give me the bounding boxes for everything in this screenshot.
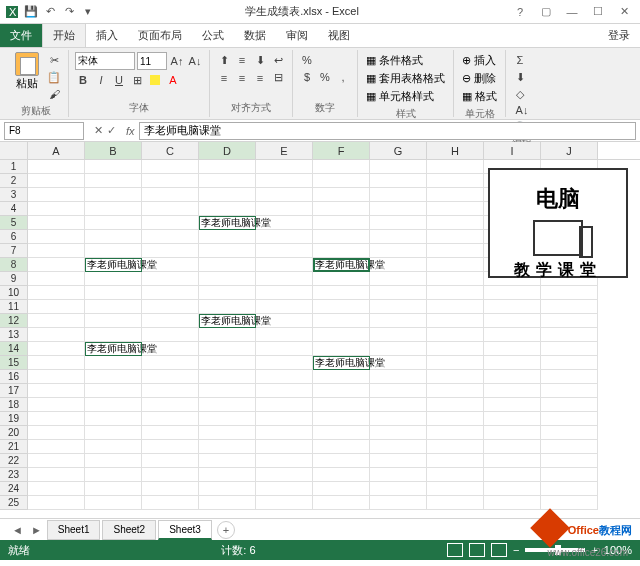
cell-D8[interactable] [199, 258, 256, 272]
cell-B14[interactable]: 李老师电脑课堂 [85, 342, 142, 356]
redo-icon[interactable]: ↷ [61, 4, 77, 20]
cell-A6[interactable] [28, 230, 85, 244]
cell-H8[interactable] [427, 258, 484, 272]
column-header-C[interactable]: C [142, 142, 199, 159]
cell-E5[interactable] [256, 216, 313, 230]
cell-F6[interactable] [313, 230, 370, 244]
underline-button[interactable]: U [111, 72, 127, 88]
cell-E4[interactable] [256, 202, 313, 216]
cell-C22[interactable] [142, 454, 199, 468]
cell-J4[interactable] [541, 202, 598, 216]
formula-bar[interactable] [139, 122, 636, 140]
tab-home[interactable]: 开始 [42, 23, 86, 47]
cell-B4[interactable] [85, 202, 142, 216]
column-header-D[interactable]: D [199, 142, 256, 159]
cell-D12[interactable]: 李老师电脑课堂 [199, 314, 256, 328]
cell-D5[interactable]: 李老师电脑课堂 [199, 216, 256, 230]
cell-E16[interactable] [256, 370, 313, 384]
cell-F22[interactable] [313, 454, 370, 468]
zoom-in-button[interactable]: + [591, 544, 597, 556]
paste-button[interactable]: 粘贴 [10, 52, 44, 91]
undo-icon[interactable]: ↶ [42, 4, 58, 20]
cell-B23[interactable] [85, 468, 142, 482]
cell-D11[interactable] [199, 300, 256, 314]
cell-G25[interactable] [370, 496, 427, 510]
cell-H23[interactable] [427, 468, 484, 482]
tab-file[interactable]: 文件 [0, 24, 42, 47]
copy-icon[interactable]: 📋 [46, 69, 62, 85]
cell-J3[interactable] [541, 188, 598, 202]
cell-B13[interactable] [85, 328, 142, 342]
cell-F18[interactable] [313, 398, 370, 412]
row-header-3[interactable]: 3 [0, 188, 28, 202]
qat-dropdown-icon[interactable]: ▾ [80, 4, 96, 20]
cell-B11[interactable] [85, 300, 142, 314]
row-header-14[interactable]: 14 [0, 342, 28, 356]
cell-G11[interactable] [370, 300, 427, 314]
cell-B7[interactable] [85, 244, 142, 258]
cell-E21[interactable] [256, 440, 313, 454]
cell-I4[interactable] [484, 202, 541, 216]
cell-E1[interactable] [256, 160, 313, 174]
cell-J22[interactable] [541, 454, 598, 468]
cell-A4[interactable] [28, 202, 85, 216]
cell-D16[interactable] [199, 370, 256, 384]
cell-C4[interactable] [142, 202, 199, 216]
cell-E25[interactable] [256, 496, 313, 510]
autosum-icon[interactable]: Σ [512, 52, 528, 68]
currency-icon[interactable]: $ [299, 69, 315, 85]
cell-F5[interactable] [313, 216, 370, 230]
select-all-corner[interactable] [0, 142, 28, 159]
row-header-10[interactable]: 10 [0, 286, 28, 300]
cell-J1[interactable] [541, 160, 598, 174]
cell-I2[interactable] [484, 174, 541, 188]
cell-J10[interactable] [541, 286, 598, 300]
cell-H16[interactable] [427, 370, 484, 384]
cell-J21[interactable] [541, 440, 598, 454]
cell-B17[interactable] [85, 384, 142, 398]
cell-A15[interactable] [28, 356, 85, 370]
cell-E23[interactable] [256, 468, 313, 482]
cell-D18[interactable] [199, 398, 256, 412]
row-header-23[interactable]: 23 [0, 468, 28, 482]
cell-I13[interactable] [484, 328, 541, 342]
maximize-icon[interactable]: ☐ [586, 3, 610, 21]
cell-G22[interactable] [370, 454, 427, 468]
cell-F15[interactable]: 李老师电脑课堂 [313, 356, 370, 370]
cell-F1[interactable] [313, 160, 370, 174]
cell-B20[interactable] [85, 426, 142, 440]
cell-A3[interactable] [28, 188, 85, 202]
percent-icon[interactable]: % [317, 69, 333, 85]
cell-I20[interactable] [484, 426, 541, 440]
cell-C3[interactable] [142, 188, 199, 202]
cell-B25[interactable] [85, 496, 142, 510]
cell-F13[interactable] [313, 328, 370, 342]
cell-C1[interactable] [142, 160, 199, 174]
cell-G4[interactable] [370, 202, 427, 216]
font-color-button[interactable]: A [165, 72, 181, 88]
table-format-button[interactable]: ▦套用表格格式 [364, 70, 447, 87]
zoom-slider[interactable] [525, 548, 585, 552]
cell-I6[interactable] [484, 230, 541, 244]
cell-B8[interactable]: 李老师电脑课堂 [85, 258, 142, 272]
cell-F25[interactable] [313, 496, 370, 510]
cell-E15[interactable] [256, 356, 313, 370]
decrease-font-icon[interactable]: A↓ [187, 53, 203, 69]
cell-C25[interactable] [142, 496, 199, 510]
cell-D24[interactable] [199, 482, 256, 496]
cell-B19[interactable] [85, 412, 142, 426]
cell-G23[interactable] [370, 468, 427, 482]
cell-G1[interactable] [370, 160, 427, 174]
cell-I19[interactable] [484, 412, 541, 426]
row-header-8[interactable]: 8 [0, 258, 28, 272]
cell-G16[interactable] [370, 370, 427, 384]
cell-E14[interactable] [256, 342, 313, 356]
tab-formula[interactable]: 公式 [192, 24, 234, 47]
cancel-formula-icon[interactable]: ✕ [94, 124, 103, 137]
row-header-12[interactable]: 12 [0, 314, 28, 328]
cell-B1[interactable] [85, 160, 142, 174]
cell-E10[interactable] [256, 286, 313, 300]
border-button[interactable]: ⊞ [129, 72, 145, 88]
help-icon[interactable]: ? [508, 3, 532, 21]
cell-G5[interactable] [370, 216, 427, 230]
